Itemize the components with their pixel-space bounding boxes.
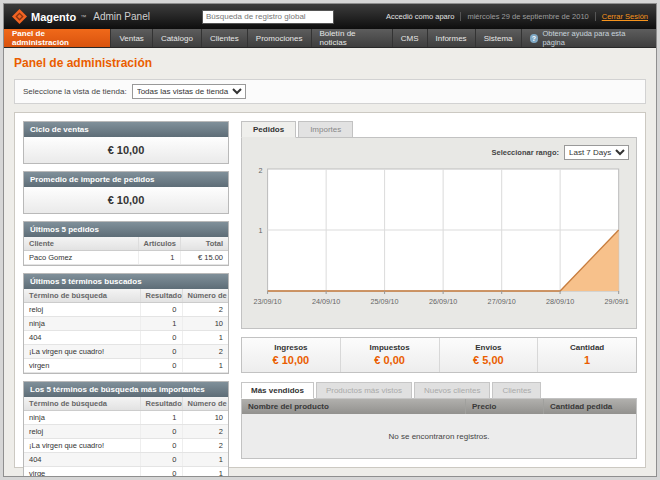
table-row[interactable]: reloj 0 2: [24, 425, 228, 439]
store-view-label: Seleccione la vista de tienda:: [23, 87, 127, 96]
cell-term[interactable]: ¡La virgen que cuadro!: [24, 345, 140, 359]
nav-item-dashboard[interactable]: Panel de administración: [4, 29, 111, 47]
lifetime-sales-value: € 10,00: [24, 137, 228, 163]
last-orders-title: Últimos 5 pedidos: [24, 222, 228, 237]
column-header: Término de búsqueda: [24, 289, 140, 303]
top-search-terms-title: Los 5 términos de búsqueda más important…: [24, 382, 228, 397]
help-icon: ?: [530, 34, 539, 43]
table-row[interactable]: ninja 1 10: [24, 317, 228, 331]
cell-term[interactable]: ninja: [24, 317, 140, 331]
x-tick-label: 23/09/10: [254, 298, 282, 306]
cell-uses: 10: [182, 411, 228, 425]
cell-term[interactable]: ¡La virgen que cuadro!: [24, 439, 140, 453]
range-select[interactable]: Last 7 Days: [564, 145, 629, 160]
dashboard-panel: Ciclo de ventas € 10,00 Promedio de impo…: [14, 112, 646, 468]
products-tabs: Más vendidos Productos más vistos Nuevos…: [241, 382, 637, 399]
last-orders-box: Últimos 5 pedidos Cliente Artículos Tota…: [23, 221, 229, 266]
dashboard-right-column: Pedidos Importes Seleccionar rango: Last…: [241, 121, 637, 459]
x-tick-label: 24/09/10: [312, 298, 340, 306]
cell-term[interactable]: ninja: [24, 411, 140, 425]
brand: Magento™ Admin Panel: [12, 9, 150, 24]
tab-nuevos-clientes: Nuevos clientes: [414, 382, 490, 399]
nav-item-catalogo[interactable]: Catálogo: [153, 29, 202, 47]
tab-mas-vendidos[interactable]: Más vendidos: [241, 382, 314, 399]
last-search-terms-table: Término de búsqueda Resultados Número de…: [24, 289, 228, 373]
top-search-terms-table: Término de búsqueda Resultados Número de…: [24, 397, 228, 477]
cell-term[interactable]: 404: [24, 453, 140, 467]
cell-term[interactable]: virgen: [24, 359, 140, 373]
stat-label: Envíos: [440, 343, 538, 352]
help-link[interactable]: ? Obtener ayuda para esta página: [522, 29, 656, 47]
magento-admin-window: Magento™ Admin Panel Accedió como aparo …: [3, 3, 657, 477]
global-search-input[interactable]: [202, 10, 334, 24]
totals-row: Ingresos € 10,00 Impuestos € 0,00 Envíos…: [241, 337, 637, 373]
bestsellers-grid: Nombre del producto Precio Cantidad pedi…: [241, 398, 637, 459]
logout-link[interactable]: Cerrar Sesión: [595, 12, 648, 21]
tab-clientes: Clientes: [492, 382, 541, 399]
cell-term[interactable]: reloj: [24, 425, 140, 439]
cell-term[interactable]: reloj: [24, 303, 140, 317]
lifetime-sales-title: Ciclo de ventas: [24, 122, 228, 137]
table-row[interactable]: virge 0 1: [24, 467, 228, 478]
column-header: Término de búsqueda: [24, 397, 140, 411]
last-search-terms-title: Últimos 5 términos buscados: [24, 274, 228, 289]
brand-suffix: Admin Panel: [93, 11, 150, 22]
cell-term[interactable]: 404: [24, 331, 140, 345]
y-tick-label: 1: [258, 227, 262, 235]
nav-item-sistema[interactable]: Sistema: [476, 29, 522, 47]
column-header: Cliente: [24, 237, 138, 251]
table-row[interactable]: 404 0 1: [24, 331, 228, 345]
chart-panel: Seleccionar rango: Last 7 Days: [241, 137, 637, 329]
table-row[interactable]: ¡La virgen que cuadro! 0 2: [24, 345, 228, 359]
y-tick-label: 2: [258, 167, 262, 175]
nav-item-informes[interactable]: Informes: [428, 29, 476, 47]
logged-in-as: Accedió como aparo: [386, 12, 460, 21]
cell-term[interactable]: virge: [24, 467, 140, 478]
average-orders-value: € 10,00: [24, 187, 228, 213]
stat-cantidad: Cantidad 1: [537, 338, 636, 372]
table-row[interactable]: ninja 1 10: [24, 411, 228, 425]
stat-impuestos: Impuestos € 0,00: [340, 338, 439, 372]
top-search-terms-box: Los 5 términos de búsqueda más important…: [23, 381, 229, 477]
grid-empty-message: No se encontraron registros.: [242, 414, 636, 458]
table-row[interactable]: 404 0 1: [24, 453, 228, 467]
dashboard-left-column: Ciclo de ventas € 10,00 Promedio de impo…: [23, 121, 229, 459]
grid-column-price[interactable]: Precio: [466, 399, 544, 414]
table-row[interactable]: reloj 0 2: [24, 303, 228, 317]
x-tick-label: 29/09/10: [605, 298, 629, 306]
column-header: Número de usos: [182, 289, 228, 303]
cell-results: 0: [140, 345, 182, 359]
cell-uses: 2: [182, 439, 228, 453]
x-tick-label: 28/09/10: [546, 298, 574, 306]
cell-uses: 1: [182, 467, 228, 478]
x-tick-label: 26/09/10: [429, 298, 457, 306]
average-orders-title: Promedio de importe de pedidos: [24, 172, 228, 187]
grid-column-product[interactable]: Nombre del producto: [242, 399, 466, 414]
content-area: Panel de administración Seleccione la vi…: [4, 48, 656, 476]
cell-customer[interactable]: Paco Gomez: [24, 251, 138, 265]
nav-item-boletin[interactable]: Boletín de noticias: [312, 29, 393, 47]
cell-results: 0: [140, 303, 182, 317]
grid-column-qty[interactable]: Cantidad pedida: [544, 399, 636, 414]
last-search-terms-box: Últimos 5 términos buscados Término de b…: [23, 273, 229, 374]
brand-name: Magento: [31, 11, 76, 23]
stat-envios: Envíos € 5,00: [439, 338, 538, 372]
nav-item-promociones[interactable]: Promociones: [248, 29, 312, 47]
nav-item-ventas[interactable]: Ventas: [111, 29, 152, 47]
cell-results: 0: [140, 467, 182, 478]
cell-items: 1: [138, 251, 180, 265]
cell-results: 0: [140, 439, 182, 453]
tab-importes[interactable]: Importes: [298, 121, 353, 138]
cell-uses: 1: [182, 331, 228, 345]
nav-item-clientes[interactable]: Clientes: [202, 29, 248, 47]
table-row[interactable]: Paco Gomez 1 € 15.00: [24, 251, 228, 265]
cell-results: 0: [140, 425, 182, 439]
stat-value: € 0,00: [341, 354, 439, 366]
column-header: Total: [180, 237, 228, 251]
table-row[interactable]: ¡La virgen que cuadro! 0 2: [24, 439, 228, 453]
tab-pedidos[interactable]: Pedidos: [241, 121, 296, 138]
store-view-select[interactable]: Todas las vistas de tienda: [132, 84, 246, 99]
nav-item-cms[interactable]: CMS: [393, 29, 428, 47]
table-row[interactable]: virgen 0 1: [24, 359, 228, 373]
help-link-label: Obtener ayuda para esta página: [542, 29, 648, 47]
